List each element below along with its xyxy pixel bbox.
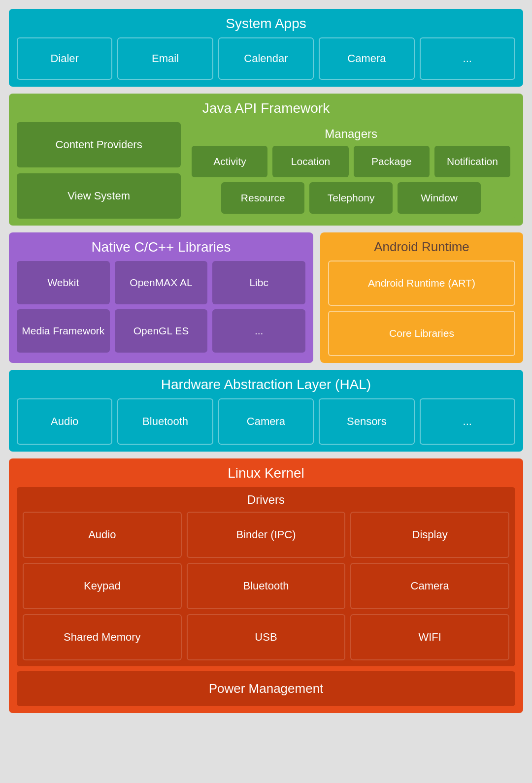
native-media-framework: Media Framework bbox=[17, 309, 110, 353]
native-webkit: Webkit bbox=[17, 261, 110, 304]
runtime-core-libs: Core Libraries bbox=[328, 311, 515, 356]
hal-audio: Audio bbox=[17, 398, 112, 445]
linux-kernel-layer: Linux Kernel Drivers Audio Binder (IPC) … bbox=[9, 458, 523, 713]
java-api-title: Java API Framework bbox=[17, 100, 515, 116]
hal-camera: Camera bbox=[218, 398, 314, 445]
android-runtime-title: Android Runtime bbox=[328, 239, 515, 255]
view-system-box: View System bbox=[17, 173, 181, 219]
app-email: Email bbox=[117, 37, 213, 80]
managers-title: Managers bbox=[192, 127, 510, 141]
hal-layer: Hardware Abstraction Layer (HAL) Audio B… bbox=[9, 370, 523, 452]
app-more: ... bbox=[420, 37, 515, 80]
driver-bluetooth: Bluetooth bbox=[187, 563, 346, 609]
driver-keypad: Keypad bbox=[23, 563, 182, 609]
managers-row1: Activity Location Package Notification bbox=[192, 146, 510, 177]
native-grid: Webkit OpenMAX AL Libc Media Framework O… bbox=[17, 261, 305, 353]
drivers-row1: Audio Binder (IPC) Display bbox=[23, 512, 509, 558]
drivers-row2: Keypad Bluetooth Camera bbox=[23, 563, 509, 609]
driver-wifi: WIFI bbox=[350, 614, 509, 660]
android-runtime-layer: Android Runtime Android Runtime (ART) Co… bbox=[320, 232, 523, 363]
driver-camera: Camera bbox=[350, 563, 509, 609]
managers-row2: Resource Telephony Window bbox=[192, 182, 510, 214]
native-opengl: OpenGL ES bbox=[115, 309, 208, 353]
hal-grid: Audio Bluetooth Camera Sensors ... bbox=[17, 398, 515, 445]
native-libs-title: Native C/C++ Libraries bbox=[17, 239, 305, 255]
system-apps-layer: System Apps Dialer Email Calendar Camera… bbox=[9, 9, 523, 87]
driver-shared-memory: Shared Memory bbox=[23, 614, 182, 660]
system-apps-grid: Dialer Email Calendar Camera ... bbox=[17, 37, 515, 80]
hal-sensors: Sensors bbox=[319, 398, 414, 445]
java-api-layer: Java API Framework Content Providers Vie… bbox=[9, 94, 523, 226]
manager-activity: Activity bbox=[192, 146, 267, 177]
manager-location: Location bbox=[272, 146, 348, 177]
hal-bluetooth: Bluetooth bbox=[117, 398, 213, 445]
system-apps-title: System Apps bbox=[17, 16, 515, 32]
runtime-grid: Android Runtime (ART) Core Libraries bbox=[328, 261, 515, 356]
drivers-container: Drivers Audio Binder (IPC) Display Keypa… bbox=[17, 487, 515, 666]
manager-notification: Notification bbox=[434, 146, 510, 177]
content-providers-box: Content Providers bbox=[17, 122, 181, 167]
native-libs-layer: Native C/C++ Libraries Webkit OpenMAX AL… bbox=[9, 232, 313, 363]
runtime-art: Android Runtime (ART) bbox=[328, 261, 515, 306]
native-openmax: OpenMAX AL bbox=[115, 261, 208, 304]
driver-display: Display bbox=[350, 512, 509, 558]
manager-package: Package bbox=[354, 146, 430, 177]
manager-resource: Resource bbox=[221, 182, 304, 214]
hal-title: Hardware Abstraction Layer (HAL) bbox=[17, 377, 515, 392]
app-calendar: Calendar bbox=[218, 37, 314, 80]
linux-kernel-title: Linux Kernel bbox=[17, 465, 515, 481]
drivers-row3: Shared Memory USB WIFI bbox=[23, 614, 509, 660]
java-api-content: Content Providers View System Managers A… bbox=[17, 122, 515, 219]
drivers-title: Drivers bbox=[23, 493, 509, 507]
java-left-column: Content Providers View System bbox=[17, 122, 181, 219]
power-management-box: Power Management bbox=[17, 671, 515, 706]
hal-more: ... bbox=[420, 398, 515, 445]
manager-window: Window bbox=[398, 182, 481, 214]
manager-telephony: Telephony bbox=[309, 182, 393, 214]
app-camera: Camera bbox=[319, 37, 414, 80]
native-more: ... bbox=[212, 309, 305, 353]
native-libc: Libc bbox=[212, 261, 305, 304]
native-runtime-row: Native C/C++ Libraries Webkit OpenMAX AL… bbox=[9, 232, 523, 363]
driver-binder: Binder (IPC) bbox=[187, 512, 346, 558]
managers-container: Managers Activity Location Package Notif… bbox=[187, 122, 515, 219]
driver-audio: Audio bbox=[23, 512, 182, 558]
app-dialer: Dialer bbox=[17, 37, 112, 80]
driver-usb: USB bbox=[187, 614, 346, 660]
